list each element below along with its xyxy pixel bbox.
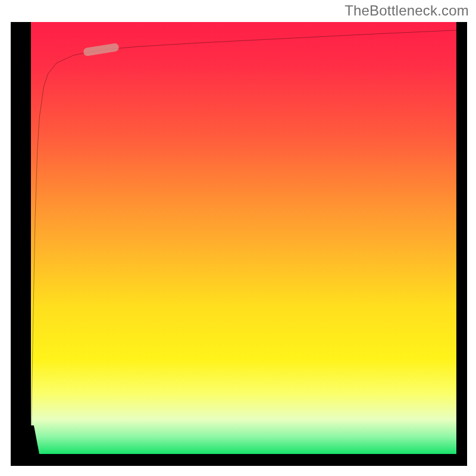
chart-canvas: TheBottleneck.com bbox=[0, 0, 476, 476]
attribution-text: TheBottleneck.com bbox=[345, 2, 469, 19]
frame-right bbox=[456, 22, 467, 466]
curve-layer bbox=[31, 22, 456, 454]
frame-bottom bbox=[11, 454, 467, 466]
svg-rect-0 bbox=[83, 43, 119, 57]
plot-frame bbox=[11, 22, 467, 466]
series-curve bbox=[31, 30, 456, 454]
frame-left bbox=[11, 22, 31, 466]
highlight-marker bbox=[83, 43, 119, 57]
